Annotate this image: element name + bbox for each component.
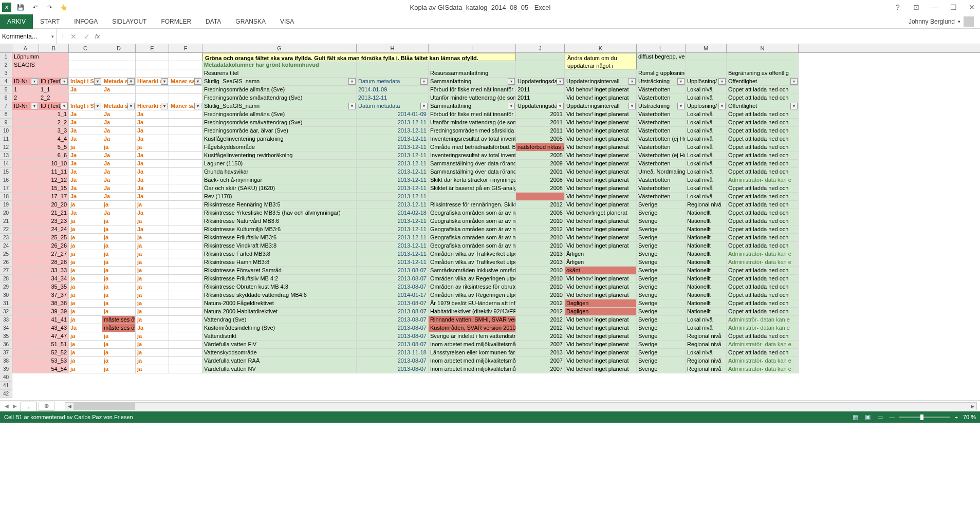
cell[interactable]: Ja xyxy=(136,127,169,135)
cell[interactable]: Rinnande vatten, SMHI, SVAR version 2 xyxy=(429,316,516,324)
cell[interactable]: 53_53 xyxy=(39,357,69,365)
column-header-M[interactable]: M xyxy=(686,44,727,52)
cell[interactable]: Riksintresse Försvaret Samråd xyxy=(202,267,357,275)
cell[interactable]: ja xyxy=(102,349,136,357)
cell[interactable] xyxy=(12,110,39,119)
row-header[interactable]: 9 xyxy=(0,119,12,127)
cell[interactable]: Administratör- data kan e xyxy=(727,258,799,267)
cell[interactable]: Maner sal▾ xyxy=(169,102,202,110)
cell[interactable]: 25_25 xyxy=(39,234,69,242)
cell[interactable]: 2011 xyxy=(516,110,565,119)
cell[interactable]: ja xyxy=(69,258,102,267)
cell[interactable]: Metada sa▾ xyxy=(102,78,136,86)
save-icon[interactable]: 💾 xyxy=(15,2,26,12)
cell[interactable]: Områden vilka av Regeringen utpekats s xyxy=(429,275,516,283)
cell[interactable] xyxy=(169,176,202,184)
cell[interactable]: 2_2 xyxy=(39,94,69,102)
cell[interactable]: Västerbotten xyxy=(637,86,686,94)
cell[interactable] xyxy=(169,193,202,201)
cell[interactable]: 2013-12-11 xyxy=(357,217,429,225)
cell[interactable]: ja xyxy=(102,332,136,341)
cell[interactable]: ja xyxy=(69,242,102,250)
cell[interactable]: Ja xyxy=(136,193,169,201)
row-header[interactable]: 21 xyxy=(0,217,12,225)
cell[interactable]: Vid behov! inget planerat xyxy=(565,275,637,283)
scroll-right-icon[interactable]: ▶ xyxy=(968,403,976,410)
cell[interactable] xyxy=(169,119,202,127)
cell[interactable]: 2001 xyxy=(516,168,565,176)
cell[interactable]: Utanför mindre vattendrag (de som sakr xyxy=(429,94,516,102)
cell[interactable]: Ja xyxy=(69,209,102,217)
cell[interactable]: ja xyxy=(102,242,136,250)
cell[interactable]: 2013-08-07 xyxy=(357,275,429,283)
cell[interactable] xyxy=(516,193,565,201)
cell[interactable]: Vid behov! inget planerat xyxy=(565,341,637,349)
filter-dropdown-icon[interactable]: ▾ xyxy=(790,78,798,85)
cell[interactable]: Lokal nivå xyxy=(686,184,727,193)
cell[interactable]: Fredningsområde allmäna (Sve) xyxy=(202,86,357,94)
cell[interactable]: Umeå, Nordmaling oc xyxy=(637,168,686,176)
cell[interactable]: Bäck- och å-mynningar xyxy=(202,176,357,184)
cell[interactable]: ja xyxy=(136,349,169,357)
cell[interactable] xyxy=(12,135,39,143)
cell[interactable]: Vid behov! inget planerat xyxy=(565,143,637,152)
normal-view-icon[interactable]: ▦ xyxy=(849,412,861,422)
cell[interactable]: Administratör- data kan e xyxy=(727,176,799,184)
cell[interactable]: Sverige xyxy=(637,365,686,373)
cell[interactable]: Ja xyxy=(136,160,169,168)
cell[interactable]: Slutlig_SeaGIS_namn▾ xyxy=(202,78,357,86)
filter-dropdown-icon[interactable]: ▾ xyxy=(31,103,38,109)
row-header[interactable]: 34 xyxy=(0,324,12,332)
cell[interactable]: 6_6 xyxy=(39,152,69,160)
cell[interactable]: Ja xyxy=(102,184,136,193)
cell[interactable]: Laguner (1150) xyxy=(202,160,357,168)
cell[interactable]: Nationellt xyxy=(686,258,727,267)
column-header-D[interactable]: D xyxy=(102,44,136,52)
cell[interactable]: 24_24 xyxy=(39,225,69,234)
column-header-K[interactable]: K xyxy=(565,44,637,52)
cell[interactable]: Administrör- datan kan e xyxy=(727,324,799,332)
cell[interactable] xyxy=(516,61,565,69)
cell[interactable]: Rev (1170) xyxy=(202,193,357,201)
cell[interactable]: Riksintresse Obruten kust MB 4:3 xyxy=(202,283,357,291)
cell[interactable]: ja xyxy=(136,308,169,316)
cell[interactable]: 10_10 xyxy=(39,160,69,168)
cell[interactable]: Öar och skär (SAKU) (1620) xyxy=(202,184,357,193)
row-header[interactable]: 41 xyxy=(0,382,12,390)
filter-dropdown-icon[interactable]: ▾ xyxy=(61,78,68,85)
cell[interactable]: Sverige xyxy=(637,357,686,365)
cell[interactable]: Områden vilka av Trafikverket utpekats xyxy=(429,250,516,258)
cell[interactable]: Löpnummer xyxy=(12,53,39,61)
cell[interactable]: ja xyxy=(102,308,136,316)
cell[interactable]: Riksintresse Naturvård MB3:6 xyxy=(202,217,357,225)
cell[interactable]: Ja xyxy=(69,86,102,94)
cell[interactable] xyxy=(12,283,39,291)
cell[interactable]: Vid behov! inget planerat xyxy=(565,365,637,373)
cell[interactable]: Riksintresse Hamn MB3:8 xyxy=(202,258,357,267)
cell[interactable]: Skiktet är baserat på en GIS-analys som xyxy=(429,184,516,193)
cell[interactable]: Hierarki s▾ xyxy=(136,78,169,86)
cell[interactable]: Sverige är indelat i fem vattendistrikt … xyxy=(429,332,516,341)
cell[interactable]: Lokal nivå xyxy=(686,94,727,102)
cell[interactable]: Öppet att ladda ned och xyxy=(727,275,799,283)
cell[interactable]: 2013-12-11 xyxy=(357,127,429,135)
cell[interactable] xyxy=(169,357,202,365)
cell[interactable] xyxy=(169,160,202,168)
tab-start[interactable]: START xyxy=(33,14,67,29)
cell[interactable]: Lokal nivå xyxy=(686,135,727,143)
column-header-H[interactable]: H xyxy=(357,44,429,52)
cell[interactable] xyxy=(102,61,136,69)
cell[interactable]: Lokal nivå xyxy=(686,316,727,324)
row-header[interactable]: 1 xyxy=(0,53,12,61)
enter-formula-icon[interactable]: ✓ xyxy=(82,31,92,42)
cell[interactable]: Offentlighet▾ xyxy=(727,78,799,86)
cell[interactable]: Dagligen xyxy=(565,299,637,308)
cell[interactable]: ja xyxy=(136,316,169,324)
cell[interactable]: Slutlig_SeaGIS_namn▾ xyxy=(202,102,357,110)
cell[interactable]: Öppet att ladda ned och xyxy=(727,242,799,250)
cell[interactable]: Vid behov! inget planerat xyxy=(565,225,637,234)
cell[interactable]: Fredningsområde allmäna (Sve) xyxy=(202,110,357,119)
cell[interactable]: 2010 xyxy=(516,275,565,283)
cell[interactable]: Lokal nivå xyxy=(686,127,727,135)
cell[interactable]: Lokal nivå xyxy=(686,119,727,127)
